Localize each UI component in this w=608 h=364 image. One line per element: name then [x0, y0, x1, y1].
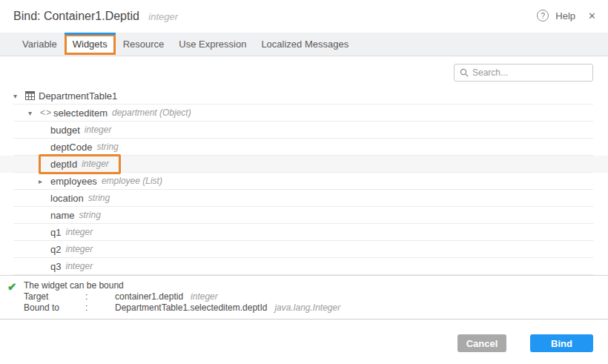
status-separator: : [85, 302, 115, 314]
tree-row-q1[interactable]: q1 integer [0, 224, 608, 241]
chevron-right-icon[interactable]: ▸ [39, 177, 50, 185]
bind-button[interactable]: Bind [530, 334, 593, 352]
title-bar: Bind: Container1.Deptid integer ? Help ✕ [0, 0, 608, 33]
status-value: DepartmentTable1.selecteditem.deptId [115, 302, 267, 314]
tree-node-type: string [79, 210, 101, 220]
tree-node-label: deptId [50, 159, 77, 170]
tree-node-label: q2 [50, 244, 61, 255]
tree-node-label: location [50, 193, 84, 204]
close-icon[interactable]: ✕ [588, 10, 596, 21]
tree-node-label: q3 [50, 261, 61, 272]
status-message: The widget can be bound [24, 280, 608, 291]
tree-node-label: DepartmentTable1 [39, 90, 117, 102]
annotation-box-deptid: deptId integer [39, 154, 121, 174]
tree-row-deptcode[interactable]: deptCode string [0, 139, 608, 156]
tree-node-label: deptCode [50, 142, 92, 153]
tree-row-departmenttable1[interactable]: ▾ DepartmentTable1 [0, 87, 608, 105]
check-icon: ✔ [7, 280, 17, 294]
dialog-footer: Cancel Bind [0, 319, 608, 364]
tree-row-selecteditem[interactable]: ▾ <> selecteditem department (Object) [0, 105, 608, 122]
tab-bar: Variable Widgets Resource Use Expression… [0, 33, 608, 56]
widget-tree: ▾ DepartmentTable1 ▾ <> selecteditem [0, 87, 608, 276]
tree-node-type: integer [65, 227, 93, 237]
tab-use-expression[interactable]: Use Expression [171, 34, 254, 55]
status-value-type: integer [191, 291, 218, 302]
tree-node-type: string [96, 142, 118, 152]
status-label: Target [24, 291, 85, 302]
tab-variable[interactable]: Variable [15, 34, 65, 55]
tree-row-budget[interactable]: budget integer [0, 122, 608, 139]
cancel-button[interactable]: Cancel [457, 334, 506, 352]
bind-dialog: Bind: Container1.Deptid integer ? Help ✕… [0, 0, 608, 364]
tree-row-q2[interactable]: q2 integer [0, 241, 608, 258]
tree-node-label: selecteditem [53, 107, 108, 119]
status-label: Bound to [24, 302, 85, 314]
tree-node-type: integer [65, 261, 93, 271]
tree-node-type: department (Object) [112, 107, 191, 118]
tree-node-type: integer [65, 244, 93, 254]
tree-node-label: name [50, 210, 75, 221]
status-boundto-row: Bound to : DepartmentTable1.selecteditem… [24, 302, 608, 314]
search-input[interactable] [472, 67, 584, 78]
tree-node-label: budget [50, 125, 80, 136]
tree-row-name[interactable]: name string [0, 207, 608, 224]
table-icon [25, 91, 39, 100]
help-link[interactable]: Help [555, 10, 575, 21]
tree-node-label: q1 [50, 227, 61, 238]
tree-node-type: employee (List) [102, 176, 162, 186]
tab-widgets[interactable]: Widgets [65, 34, 116, 55]
bind-status: ✔ The widget can be bound Target : conta… [0, 276, 608, 319]
search-toolbar [0, 56, 608, 87]
tree-node-type: integer [82, 159, 109, 169]
dialog-title-type: integer [148, 11, 178, 22]
status-value: container1.deptid [115, 291, 183, 302]
status-value-type: java.lang.Integer [274, 302, 340, 314]
tree-row-deptid[interactable]: deptId integer [0, 156, 608, 173]
tree-node-type: integer [85, 125, 112, 135]
tree-row-q3[interactable]: q3 integer [0, 258, 608, 275]
search-icon [460, 68, 469, 77]
status-separator: : [85, 291, 115, 302]
search-box[interactable] [454, 64, 593, 82]
tree-node-type: string [88, 193, 110, 203]
tree-node-label: employees [50, 176, 97, 187]
tab-localized-messages[interactable]: Localized Messages [254, 34, 356, 55]
tab-resource[interactable]: Resource [116, 34, 172, 55]
tree-row-employees[interactable]: ▸ employees employee (List) [0, 173, 608, 190]
chevron-down-icon[interactable]: ▾ [13, 92, 25, 100]
chevron-down-icon[interactable]: ▾ [28, 109, 40, 117]
status-target-row: Target : container1.deptid integer [24, 291, 608, 302]
dialog-title: Bind: Container1.Deptid [13, 10, 139, 23]
tree-row-location[interactable]: location string [0, 190, 608, 207]
help-icon[interactable]: ? [537, 10, 549, 21]
object-icon: <> [40, 107, 53, 118]
